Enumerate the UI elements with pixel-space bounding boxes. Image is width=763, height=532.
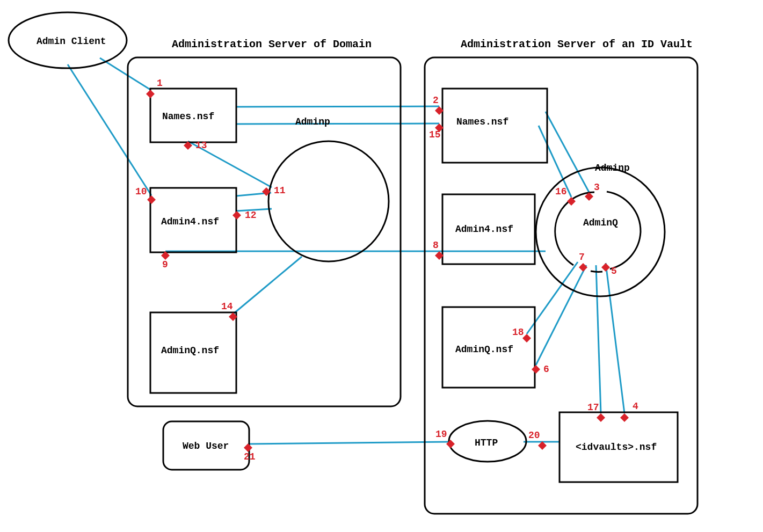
point-4: 4 — [633, 401, 638, 412]
point-11: 11 — [274, 185, 286, 196]
architecture-diagram: Administration Server of Domain Administ… — [0, 0, 763, 532]
marker-1 — [146, 90, 155, 98]
point-3: 3 — [594, 182, 600, 193]
label-idvaults: <idvaults>.nsf — [576, 442, 657, 453]
point-8: 8 — [433, 240, 439, 251]
label-admin4-vault: Admin4.nsf — [455, 224, 513, 235]
marker-5 — [601, 263, 610, 272]
node-adminq-inner — [555, 192, 641, 272]
conn-adminp-adminqnsf — [233, 257, 302, 314]
marker-10 — [147, 195, 156, 204]
label-names-domain: Names.nsf — [162, 111, 214, 122]
point-19: 19 — [435, 429, 447, 440]
conn-adminclient-names — [100, 58, 150, 90]
point-7: 7 — [579, 252, 585, 263]
point-14: 14 — [221, 301, 233, 312]
connections — [68, 58, 624, 444]
title-domain: Administration Server of Domain — [172, 38, 372, 50]
conn-names-names-2 — [236, 106, 439, 107]
conn-webuser-http — [248, 442, 450, 444]
label-adminp-domain: Adminp — [295, 116, 330, 127]
point-15: 15 — [429, 129, 441, 140]
point-18: 18 — [512, 327, 524, 338]
point-6: 6 — [543, 364, 549, 375]
label-names-vault: Names.nsf — [456, 116, 508, 127]
label-adminq-inner: AdminQ — [583, 217, 618, 228]
point-5: 5 — [611, 266, 617, 276]
label-http: HTTP — [475, 438, 498, 448]
label-admin-client: Admin Client — [37, 36, 106, 47]
label-admin4-domain: Admin4.nsf — [161, 216, 219, 227]
marker-17 — [597, 413, 605, 422]
point-12: 12 — [245, 210, 257, 221]
conn-namesv-adminp-3 — [546, 112, 589, 192]
title-vault: Administration Server of an ID Vault — [461, 38, 693, 50]
marker-6 — [532, 365, 540, 374]
node-adminp-domain — [268, 141, 389, 261]
marker-12 — [232, 211, 241, 220]
point-2: 2 — [433, 95, 439, 106]
point-1: 1 — [157, 78, 163, 89]
markers: 1 2 3 4 5 6 7 8 9 10 11 12 13 — [135, 78, 638, 462]
point-13: 13 — [195, 140, 207, 151]
marker-7 — [579, 263, 587, 272]
conn-adminclient-admin4 — [68, 64, 151, 195]
point-9: 9 — [162, 259, 168, 270]
conn-adminq-idvaults-17 — [596, 265, 601, 413]
conn-adminq-idvaults-4 — [606, 263, 624, 413]
point-20: 20 — [528, 430, 540, 441]
point-21: 21 — [244, 451, 256, 462]
point-16: 16 — [555, 186, 567, 197]
point-17: 17 — [587, 402, 599, 413]
marker-4 — [620, 413, 629, 422]
conn-names-names-15 — [236, 123, 439, 124]
marker-19 — [446, 440, 455, 448]
conn-adminq-adminqnsf-6 — [536, 265, 586, 365]
point-10: 10 — [135, 186, 147, 197]
label-web-user: Web User — [183, 441, 229, 451]
label-adminp-vault: Adminp — [595, 163, 630, 173]
label-adminq-domain: AdminQ.nsf — [161, 345, 219, 356]
label-adminq-vault: AdminQ.nsf — [455, 344, 513, 355]
